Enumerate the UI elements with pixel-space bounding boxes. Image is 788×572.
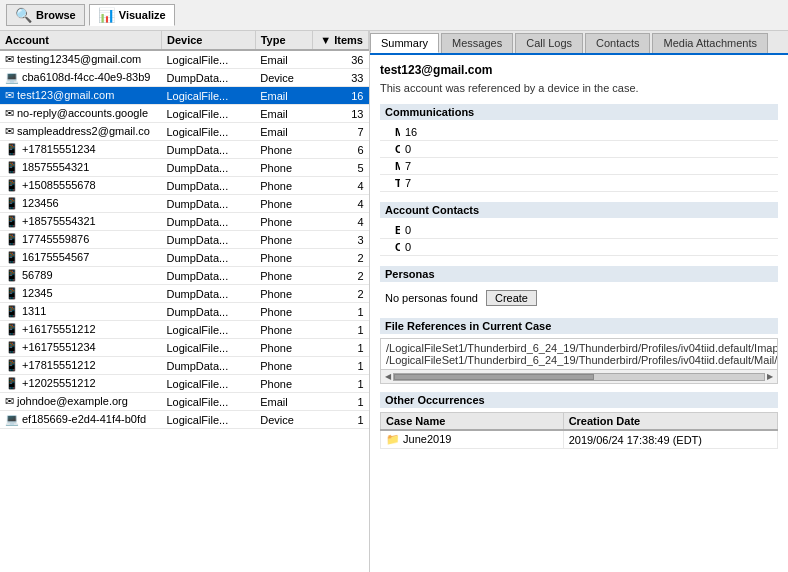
visualize-button[interactable]: 📊 Visualize [89, 4, 175, 26]
cell-items: 1 [313, 411, 369, 429]
row-icon: 📱 [5, 179, 19, 191]
account-description: This account was referenced by a device … [380, 82, 778, 94]
table-row[interactable]: 📱+16175551234LogicalFile...Phone1 [0, 339, 369, 357]
row-icon: ✉ [5, 395, 14, 407]
stat-row: Messages:16 [380, 124, 778, 141]
cell-type: Phone [255, 357, 312, 375]
contact-stat-row: Book Entries:0 [380, 222, 778, 239]
cell-type: Email [255, 50, 312, 69]
stat-value: 7 [400, 158, 778, 175]
cell-type: Email [255, 393, 312, 411]
main-content: Account Device Type ▼ Items ✉testing1234… [0, 31, 788, 572]
row-icon: ✉ [5, 53, 14, 65]
cell-account: ✉test123@gmail.com [0, 87, 161, 105]
row-icon: 📱 [5, 215, 19, 227]
cell-device: LogicalFile... [161, 411, 255, 429]
cell-items: 16 [313, 87, 369, 105]
cell-device: LogicalFile... [161, 123, 255, 141]
cell-account: 📱16175554567 [0, 249, 161, 267]
scrollbar-thumb[interactable] [394, 374, 594, 380]
table-row[interactable]: 📱18575554321DumpData...Phone5 [0, 159, 369, 177]
accounts-table: Account Device Type ▼ Items ✉testing1234… [0, 31, 369, 429]
table-row[interactable]: 📱+17815551234DumpData...Phone6 [0, 141, 369, 159]
tab-call-logs[interactable]: Call Logs [515, 33, 583, 53]
col-header-account[interactable]: Account [0, 31, 161, 50]
table-row[interactable]: 📱+12025551212LogicalFile...Phone1 [0, 375, 369, 393]
cell-account: ✉johndoe@example.org [0, 393, 161, 411]
create-persona-button[interactable]: Create [486, 290, 537, 306]
table-row[interactable]: 💻cba6108d-f4cc-40e9-83b9DumpData...Devic… [0, 69, 369, 87]
cell-device: DumpData... [161, 213, 255, 231]
table-header-row: Account Device Type ▼ Items [0, 31, 369, 50]
row-icon: 📱 [5, 197, 19, 209]
scroll-left-btn[interactable]: ◀ [383, 372, 393, 381]
col-header-type[interactable]: Type [255, 31, 312, 50]
cell-device: DumpData... [161, 249, 255, 267]
cell-device: DumpData... [161, 267, 255, 285]
file-refs-box: /LogicalFileSet1/Thunderbird_6_24_19/Thu… [380, 338, 778, 384]
row-icon: ✉ [5, 107, 14, 119]
stat-row: Call Logs:0 [380, 141, 778, 158]
table-row[interactable]: ✉test123@gmail.comLogicalFile...Email16 [0, 87, 369, 105]
col-header-items[interactable]: ▼ Items [313, 31, 369, 50]
cell-items: 36 [313, 50, 369, 69]
table-row[interactable]: 📱+15085555678DumpData...Phone4 [0, 177, 369, 195]
occurrence-date: 2019/06/24 17:38:49 (EDT) [563, 430, 777, 449]
accounts-table-container[interactable]: Account Device Type ▼ Items ✉testing1234… [0, 31, 369, 572]
communications-stats: Messages:16Call Logs:0Media Attachments:… [380, 124, 778, 192]
cell-items: 1 [313, 375, 369, 393]
table-row[interactable]: 📱+16175551212LogicalFile...Phone1 [0, 321, 369, 339]
table-row[interactable]: 📱17745559876DumpData...Phone3 [0, 231, 369, 249]
scroll-right-btn[interactable]: ▶ [765, 372, 775, 381]
table-row[interactable]: 📱+17815551212DumpData...Phone1 [0, 357, 369, 375]
stat-label: Total Attachments: [380, 175, 400, 192]
row-icon: 📱 [5, 377, 19, 389]
cell-type: Email [255, 87, 312, 105]
table-row[interactable]: ✉testing12345@gmail.comLogicalFile...Ema… [0, 50, 369, 69]
cell-device: DumpData... [161, 195, 255, 213]
cell-account: ✉testing12345@gmail.com [0, 50, 161, 69]
cell-device: DumpData... [161, 159, 255, 177]
cell-account: 📱12345 [0, 285, 161, 303]
table-row[interactable]: 📱12345DumpData...Phone2 [0, 285, 369, 303]
col-header-device[interactable]: Device [161, 31, 255, 50]
cell-device: DumpData... [161, 285, 255, 303]
cell-items: 1 [313, 321, 369, 339]
stat-row: Media Attachments:7 [380, 158, 778, 175]
personas-row: No personas found Create [380, 286, 778, 310]
table-row[interactable]: ✉no-reply@accounts.googleLogicalFile...E… [0, 105, 369, 123]
cell-account: 📱+16175551234 [0, 339, 161, 357]
table-row[interactable]: 📱1311DumpData...Phone1 [0, 303, 369, 321]
table-row[interactable]: ✉johndoe@example.orgLogicalFile...Email1 [0, 393, 369, 411]
occurrence-row[interactable]: 📁 June20192019/06/24 17:38:49 (EDT) [381, 430, 778, 449]
cell-items: 6 [313, 141, 369, 159]
table-row[interactable]: 📱56789DumpData...Phone2 [0, 267, 369, 285]
stat-value: 7 [400, 175, 778, 192]
table-row[interactable]: 💻ef185669-e2d4-41f4-b0fdLogicalFile...De… [0, 411, 369, 429]
browse-button[interactable]: 🔍 Browse [6, 4, 85, 26]
tab-media-attachments[interactable]: Media Attachments [652, 33, 768, 53]
row-icon: 💻 [5, 71, 19, 83]
cell-account: 📱+12025551212 [0, 375, 161, 393]
account-email: test123@gmail.com [380, 63, 778, 77]
cell-device: LogicalFile... [161, 50, 255, 69]
file-refs-content[interactable]: /LogicalFileSet1/Thunderbird_6_24_19/Thu… [381, 339, 777, 369]
cell-account: 📱1311 [0, 303, 161, 321]
cell-device: LogicalFile... [161, 105, 255, 123]
contact-stat-row: Communication References:0 [380, 239, 778, 256]
stat-label: Media Attachments: [380, 158, 400, 175]
cell-device: LogicalFile... [161, 87, 255, 105]
tab-summary[interactable]: Summary [370, 33, 439, 53]
cell-account: 📱17745559876 [0, 231, 161, 249]
tab-contacts[interactable]: Contacts [585, 33, 650, 53]
table-row[interactable]: 📱+18575554321DumpData...Phone4 [0, 213, 369, 231]
tab-messages[interactable]: Messages [441, 33, 513, 53]
cell-type: Phone [255, 195, 312, 213]
table-row[interactable]: 📱123456DumpData...Phone4 [0, 195, 369, 213]
table-row[interactable]: ✉sampleaddress2@gmail.coLogicalFile...Em… [0, 123, 369, 141]
summary-content: test123@gmail.com This account was refer… [370, 55, 788, 572]
row-icon: 📱 [5, 287, 19, 299]
cell-account: 📱18575554321 [0, 159, 161, 177]
no-personas-text: No personas found [385, 292, 478, 304]
table-row[interactable]: 📱16175554567DumpData...Phone2 [0, 249, 369, 267]
